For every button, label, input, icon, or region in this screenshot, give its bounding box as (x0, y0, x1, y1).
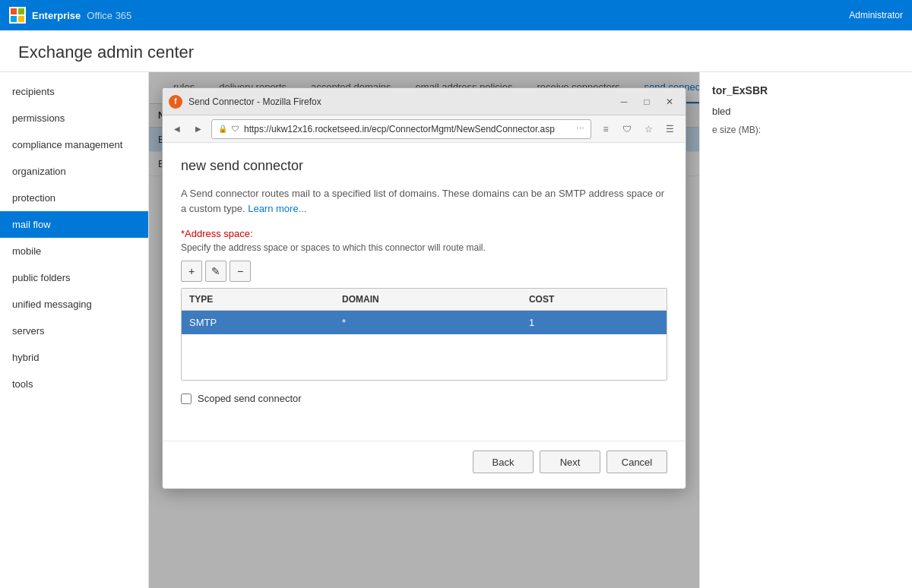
right-panel: tor_ExSBR bled e size (MB): (699, 72, 912, 588)
browser-title: Send Connector - Mozilla Firefox (188, 96, 321, 107)
url-text: https://ukw12x16.rocketseed.in/ecp/Conne… (244, 124, 572, 134)
modal-overlay: f Send Connector - Mozilla Firefox ─ □ ✕… (149, 72, 699, 588)
col-domain: DOMAIN (334, 289, 521, 311)
addr-bar-icons: ⋯ (576, 124, 584, 134)
sidebar-item-mobile[interactable]: mobile (0, 238, 148, 264)
minimize-button[interactable]: ─ (614, 93, 634, 110)
right-panel-field-2: e size (MB): (712, 125, 900, 135)
label-text: Address space: (185, 228, 253, 239)
right-panel-label-2: e size (MB): (712, 125, 761, 135)
modal-footer: Back Next Cancel (163, 441, 686, 488)
sidebar-item-recipients[interactable]: recipients (0, 78, 148, 105)
svg-rect-2 (11, 16, 17, 22)
lock-icon: 🔒 (218, 125, 227, 133)
shield-icon: 🛡 (232, 125, 239, 133)
scoped-connector-label[interactable]: Scoped send connector (198, 393, 302, 404)
sidebar-item-compliance[interactable]: compliance management (0, 131, 148, 158)
address-toolbar: + ✎ − (181, 261, 667, 282)
ms-logo (9, 7, 26, 24)
add-address-button[interactable]: + (181, 261, 202, 282)
row-type: SMTP (182, 311, 334, 335)
brand-label: Enterprise (32, 10, 81, 21)
address-space-desc: Specify the address space or spaces to w… (181, 242, 667, 253)
empty-row (182, 334, 667, 380)
modal-description: A Send connector routes mail to a specif… (181, 186, 667, 216)
forward-nav-button[interactable]: ▶ (190, 121, 207, 138)
right-panel-title: tor_ExSBR (712, 84, 900, 96)
sidebar-item-permissions[interactable]: permissions (0, 105, 148, 131)
address-space-label: *Address space: (181, 228, 667, 239)
address-bar[interactable]: 🔒 🛡 https://ukw12x16.rocketseed.in/ecp/C… (211, 119, 591, 139)
browser-titlebar-left: f Send Connector - Mozilla Firefox (169, 95, 321, 109)
col-cost: COST (521, 289, 667, 311)
content-area: recipientspermissionscompliance manageme… (0, 72, 912, 588)
svg-rect-1 (18, 8, 24, 14)
star-button[interactable]: ☆ (638, 119, 658, 139)
maximize-button[interactable]: □ (637, 93, 657, 110)
col-type: TYPE (182, 289, 334, 311)
sidebar-item-protection[interactable]: protection (0, 185, 148, 211)
top-bar: Enterprise Office 365 Administrator (0, 0, 912, 30)
svg-rect-3 (18, 16, 24, 22)
learn-more-link[interactable]: Learn more... (248, 203, 306, 214)
bookmark-icon[interactable]: ⋯ (576, 124, 584, 134)
sidebar-item-tools[interactable]: tools (0, 371, 148, 397)
right-panel-field-1: bled (712, 106, 900, 117)
browser-titlebar: f Send Connector - Mozilla Firefox ─ □ ✕ (163, 88, 686, 115)
address-table: TYPE DOMAIN COST SMTP * 1 (182, 289, 667, 380)
sidebar: recipientspermissionscompliance manageme… (0, 72, 149, 588)
user-label: Administrator (849, 10, 903, 21)
sidebar-item-public-folders[interactable]: public folders (0, 264, 148, 291)
top-bar-left: Enterprise Office 365 (9, 7, 131, 24)
scoped-connector-checkbox[interactable] (181, 394, 192, 404)
row-cost: 1 (521, 311, 667, 335)
address-row[interactable]: SMTP * 1 (182, 311, 667, 335)
close-button[interactable]: ✕ (660, 93, 679, 110)
modal-header: new send connector (181, 158, 667, 174)
sidebar-item-unified-messaging[interactable]: unified messaging (0, 291, 148, 318)
sidebar-item-organization[interactable]: organization (0, 158, 148, 185)
page: Exchange admin center recipientspermissi… (0, 30, 912, 588)
browser-addressbar: ◀ ▶ 🔒 🛡 https://ukw12x16.rocketseed.in/e… (163, 115, 686, 143)
app-label: Office 365 (87, 10, 131, 21)
sidebar-item-hybrid[interactable]: hybrid (0, 344, 148, 371)
back-button[interactable]: Back (473, 450, 534, 473)
empty-cell (182, 334, 667, 380)
edit-address-button[interactable]: ✎ (205, 261, 226, 282)
next-button[interactable]: Next (540, 450, 600, 473)
sidebar-item-servers[interactable]: servers (0, 318, 148, 344)
browser-controls: ─ □ ✕ (614, 93, 679, 110)
addr-extra-btns: ≡ 🛡 ☆ ☰ (596, 119, 679, 139)
sidebar-item-mail-flow[interactable]: mail flow (0, 211, 148, 238)
back-nav-button[interactable]: ◀ (169, 121, 185, 138)
remove-address-button[interactable]: − (230, 261, 251, 282)
row-domain: * (334, 311, 521, 335)
page-title: Exchange admin center (0, 30, 912, 72)
menu-button[interactable]: ☰ (660, 119, 679, 139)
right-panel-value-1: bled (712, 106, 731, 117)
browser-window: f Send Connector - Mozilla Firefox ─ □ ✕… (162, 87, 686, 489)
svg-rect-0 (11, 8, 17, 14)
browser-favicon: f (169, 95, 182, 109)
shield-btn[interactable]: 🛡 (617, 119, 637, 139)
hamburger-button[interactable]: ≡ (596, 119, 616, 139)
scoped-connector-row: Scoped send connector (181, 393, 667, 404)
cancel-button[interactable]: Cancel (606, 450, 667, 473)
modal-content: new send connector A Send connector rout… (163, 143, 686, 435)
main-content: rulesdelivery reportsaccepted domainsema… (149, 72, 699, 588)
address-table-wrap: TYPE DOMAIN COST SMTP * 1 (181, 288, 667, 381)
